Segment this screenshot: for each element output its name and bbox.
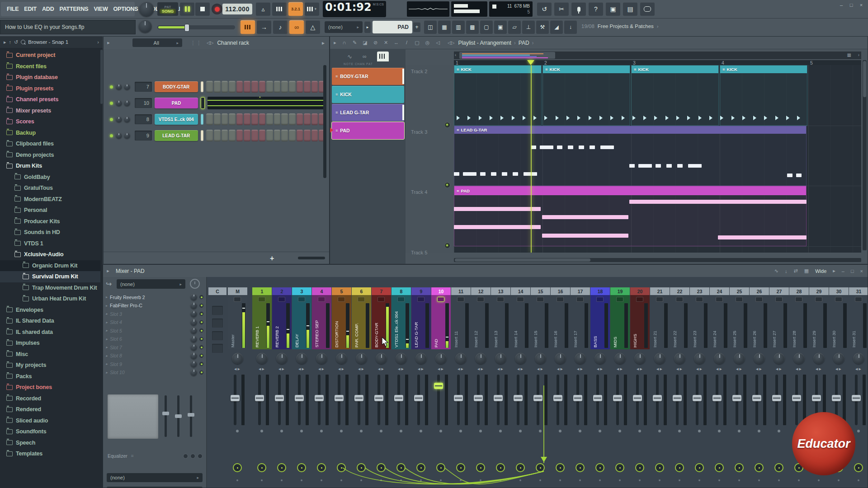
- browser-item-misc[interactable]: Misc: [0, 349, 100, 360]
- strip-fader[interactable]: [630, 375, 650, 425]
- browser-item-il-shared-data[interactable]: IL Shared Data: [0, 315, 100, 327]
- fader-handle[interactable]: [792, 395, 801, 401]
- stereo-sep-icon[interactable]: ◀▶: [590, 367, 610, 371]
- strip-fx-led[interactable]: [638, 430, 641, 432]
- strip-pan-knob[interactable]: [356, 353, 367, 364]
- strip-send-knob[interactable]: [416, 463, 425, 472]
- slot-mix-knob[interactable]: [190, 352, 197, 359]
- mixer-strip-stereo-sep[interactable]: 4STEREO SEP◀▶: [312, 277, 331, 488]
- stereo-sep-icon[interactable]: ◀▶: [551, 367, 570, 371]
- step-cell[interactable]: [229, 113, 236, 125]
- strip-fx-led[interactable]: [778, 430, 780, 432]
- channel-mixer-track-number[interactable]: 9: [135, 131, 152, 141]
- stereo-sep-icon[interactable]: ◀▶: [690, 367, 709, 371]
- mixer-strip-par-comp[interactable]: 6PAR. COMP.◀▶: [352, 277, 371, 488]
- mixer-strip-insert-25[interactable]: 25Insert 25◀▶: [730, 277, 749, 488]
- slot-enable-led[interactable]: [199, 304, 203, 308]
- dock-slot[interactable]: [212, 344, 223, 353]
- fader-handle[interactable]: [613, 395, 622, 401]
- stereo-sep-icon[interactable]: ◀▶: [451, 367, 471, 371]
- browser-item-gratuitous[interactable]: GratuiTous: [0, 183, 100, 194]
- strip-fader[interactable]: [730, 375, 749, 425]
- strip-number[interactable]: 16: [551, 287, 570, 295]
- step-cell[interactable]: [311, 81, 318, 93]
- strip-number[interactable]: 7: [372, 287, 391, 295]
- browser-item-personal[interactable]: Personal: [0, 205, 100, 216]
- strip-number[interactable]: 19: [610, 287, 630, 295]
- browser-item-il-shared-data[interactable]: IL shared data: [0, 327, 100, 338]
- step-cell[interactable]: [274, 130, 281, 141]
- step-cell[interactable]: [274, 113, 281, 125]
- strip-pan-knob[interactable]: [455, 353, 467, 364]
- channel-selector-strip[interactable]: [201, 97, 205, 109]
- mixer-strip-insert-11[interactable]: 11Insert 11◀▶: [451, 277, 471, 488]
- mixer-slot-10[interactable]: ▸Slot 10: [106, 369, 203, 376]
- strip-fader[interactable]: [551, 375, 570, 425]
- step-cell[interactable]: [311, 113, 318, 125]
- fader-handle[interactable]: [434, 383, 443, 389]
- search-icon[interactable]: [21, 40, 25, 44]
- tempo-display[interactable]: 112.000: [222, 4, 252, 14]
- strip-fader[interactable]: [769, 375, 789, 425]
- add-pattern-button[interactable]: +: [413, 22, 420, 32]
- browser-scrollbar[interactable]: [100, 50, 103, 104]
- strip-send-knob[interactable]: [635, 463, 644, 472]
- browser-item-backup[interactable]: Backup: [0, 127, 100, 139]
- mixer-strip-insert-12[interactable]: 12Insert 12◀▶: [471, 277, 491, 488]
- strip-pan-knob[interactable]: [694, 353, 705, 364]
- clock-icon[interactable]: [190, 279, 200, 289]
- mixer-current-column[interactable]: C: [208, 277, 226, 488]
- mixer-strip-delay[interactable]: 3DELAY◀▶: [292, 277, 311, 488]
- stereo-sep-icon[interactable]: ◀▶: [809, 367, 829, 371]
- stereo-sep-icon[interactable]: ◀▶: [650, 367, 670, 371]
- strip-body[interactable]: Insert 24: [710, 295, 729, 349]
- layout-icon[interactable]: ▦: [804, 268, 809, 274]
- strip-number[interactable]: 10: [431, 287, 451, 295]
- stereo-sep-icon[interactable]: ◀▶: [571, 367, 590, 371]
- strip-pan-knob[interactable]: [853, 353, 864, 364]
- strip-fader[interactable]: [252, 375, 272, 425]
- mixer-slot-2[interactable]: ▸FabFilter Pro-C: [106, 302, 203, 310]
- browser-item-packs[interactable]: Packs: [0, 371, 100, 382]
- slot-mix-knob[interactable]: [190, 369, 197, 376]
- browser-item-plugin-presets[interactable]: Plugin presets: [0, 83, 100, 94]
- mixer-slot-1[interactable]: ▸Fruity Reeverb 2: [106, 293, 203, 301]
- pencil-tool[interactable]: ✎: [350, 40, 359, 46]
- playlist-vscroll[interactable]: [863, 60, 867, 250]
- strip-send-knob[interactable]: [317, 463, 326, 472]
- playlist-arrangement[interactable]: ≡KICK≡KICK≡KICK≡KICK≡LEAD G-TAR≡PAD: [454, 65, 861, 253]
- channel-filter-dropdown[interactable]: All ▸: [132, 38, 182, 47]
- stereo-sep-icon[interactable]: ◀▶: [849, 367, 868, 371]
- menu-patterns[interactable]: PATTERNS: [57, 4, 90, 14]
- strip-pan-knob[interactable]: [256, 353, 268, 364]
- strip-send-knob[interactable]: [436, 463, 445, 472]
- fader-handle[interactable]: [852, 395, 861, 401]
- strip-fader[interactable]: [670, 375, 689, 425]
- strip-fx-led[interactable]: [479, 430, 482, 432]
- channel-row-vtds1-e-ck-004[interactable]: 8VTDS1 E..ck 004: [106, 112, 326, 127]
- step-cell[interactable]: [251, 113, 258, 125]
- strip-number[interactable]: 8: [392, 287, 411, 295]
- channel-row-lead-g-tar[interactable]: 9LEAD G-TAR: [106, 128, 326, 143]
- strip-fx-led[interactable]: [658, 430, 661, 432]
- typing-keyboard-button[interactable]: [241, 20, 255, 34]
- strip-send-knob[interactable]: [456, 463, 465, 472]
- stereo-sep-icon[interactable]: ◀▶: [750, 367, 769, 371]
- strip-pan-knob[interactable]: [793, 353, 805, 364]
- mixer-slot-7[interactable]: ▸Slot 7: [106, 343, 203, 351]
- fader-handle[interactable]: [454, 395, 463, 401]
- strip-pan-knob[interactable]: [435, 353, 447, 364]
- slot-enable-led[interactable]: [199, 371, 203, 375]
- mixer-slot-5[interactable]: ▸Slot 5: [106, 327, 203, 334]
- clip-lead-gtar[interactable]: ≡LEAD G-TAR: [454, 126, 807, 186]
- mixer-strip-lead-g-tar[interactable]: 9LEAD G-TAR◀▶: [411, 277, 431, 488]
- detach-icon[interactable]: ◁▷: [448, 40, 454, 45]
- menu-add[interactable]: ADD: [40, 4, 56, 14]
- stereo-sep-icon[interactable]: ◀▶: [630, 367, 650, 371]
- pattern-tab-icon[interactable]: [377, 52, 389, 61]
- slot-mix-knob[interactable]: [190, 294, 197, 300]
- strip-number[interactable]: 28: [789, 287, 809, 295]
- select-tool[interactable]: ▢: [413, 40, 421, 46]
- metronome-button[interactable]: △: [306, 20, 320, 34]
- strip-body[interactable]: Insert 25: [730, 295, 749, 349]
